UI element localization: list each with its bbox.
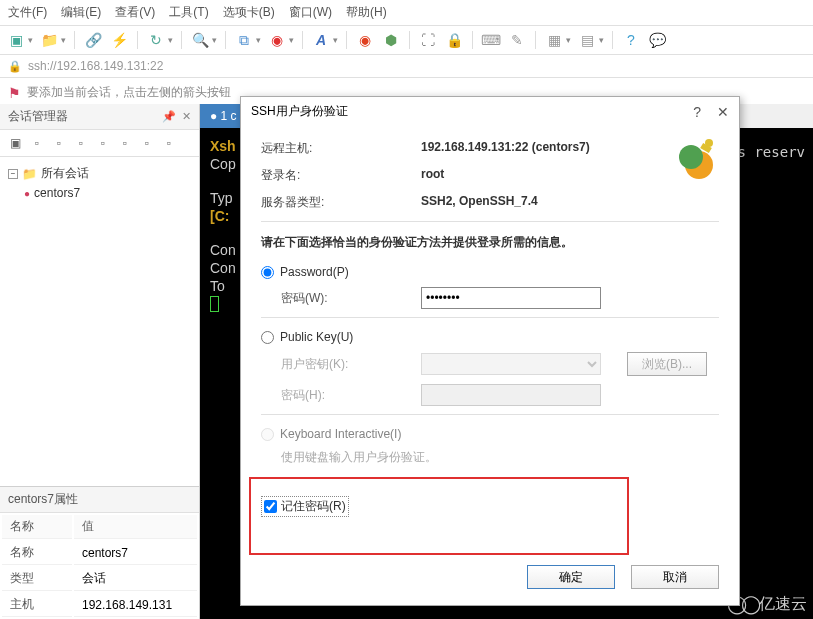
ok-button[interactable]: 确定: [527, 565, 615, 589]
tree-root[interactable]: − 📁 所有会话: [4, 163, 195, 184]
tree-session-label: centors7: [34, 186, 80, 200]
search-icon[interactable]: 🔍: [190, 30, 210, 50]
keys-icon: [671, 137, 719, 185]
folder-icon: 📁: [22, 167, 37, 181]
copy-icon[interactable]: ⧉: [234, 30, 254, 50]
host-value: 192.168.149.131:22 (centors7): [421, 140, 590, 157]
panel-btn5-icon[interactable]: ▫: [94, 134, 112, 152]
radio-password[interactable]: [261, 266, 274, 279]
login-label: 登录名:: [261, 167, 421, 184]
menu-tabs[interactable]: 选项卡(B): [223, 4, 275, 21]
panel-btn4-icon[interactable]: ▫: [72, 134, 90, 152]
fullscreen-icon[interactable]: ⛶: [418, 30, 438, 50]
help-icon[interactable]: ?: [621, 30, 641, 50]
new-session-icon[interactable]: ▣: [6, 30, 26, 50]
browse-button: 浏览(B)...: [627, 352, 707, 376]
props-row: 主机192.168.149.131: [2, 593, 197, 617]
terminal-text-right: s reserv: [738, 144, 805, 160]
main-toolbar: ▣▾ 📁▾ 🔗 ⚡ ↻▾ 🔍▾ ⧉▾ ◉▾ A▾ ◉ ⬢ ⛶ 🔒 ⌨ ✎ ▦▾ …: [0, 26, 813, 55]
props-row: 类型会话: [2, 567, 197, 591]
ssh-auth-dialog: SSH用户身份验证 ? ✕ 远程主机: 192.168.149.131:22 (…: [240, 96, 740, 606]
flag-icon: ⚑: [8, 85, 21, 101]
terminal-cursor: [210, 296, 219, 312]
menu-bar: 文件(F) 编辑(E) 查看(V) 工具(T) 选项卡(B) 窗口(W) 帮助(…: [0, 0, 813, 26]
lock-icon: 🔒: [8, 60, 22, 73]
session-panel-toolbar: ▣ ▫ ▫ ▫ ▫ ▫ ▫ ▫: [0, 130, 199, 157]
menu-help[interactable]: 帮助(H): [346, 4, 387, 21]
connect-icon[interactable]: ⚡: [109, 30, 129, 50]
svg-point-1: [679, 145, 703, 169]
tab-label: ● 1 c: [210, 109, 237, 123]
properties-title: centors7属性: [0, 487, 199, 513]
radio-publickey-label[interactable]: Public Key(U): [280, 330, 353, 344]
auth-prompt: 请在下面选择恰当的身份验证方法并提供登录所需的信息。: [261, 234, 719, 251]
props-col-value: 值: [74, 515, 197, 539]
hint-text: 要添加当前会话，点击左侧的箭头按钮: [27, 84, 231, 101]
layout1-icon[interactable]: ▦: [544, 30, 564, 50]
menu-view[interactable]: 查看(V): [115, 4, 155, 21]
properties-panel: centors7属性 名称 值 名称centors7 类型会话 主机192.16…: [0, 486, 199, 619]
pin-icon[interactable]: 📌: [162, 110, 176, 123]
record-icon[interactable]: ◉: [355, 30, 375, 50]
userkey-label: 用户密钥(K):: [281, 356, 401, 373]
link-icon[interactable]: 🔗: [83, 30, 103, 50]
svg-point-3: [705, 139, 713, 147]
panel-btn7-icon[interactable]: ▫: [138, 134, 156, 152]
annotation-box: [249, 477, 629, 555]
menu-tools[interactable]: 工具(T): [169, 4, 208, 21]
help-dialog-icon[interactable]: ?: [693, 104, 701, 120]
script-icon[interactable]: ⬢: [381, 30, 401, 50]
userkey-select: [421, 353, 601, 375]
props-row: 名称centors7: [2, 541, 197, 565]
session-manager-panel: 会话管理器 📌 ✕ ▣ ▫ ▫ ▫ ▫ ▫ ▫ ▫ − 📁 所有会话 ● ce: [0, 104, 200, 619]
reconnect-icon[interactable]: ↻: [146, 30, 166, 50]
tree-session-item[interactable]: ● centors7: [4, 184, 195, 202]
pk-password-label: 密码(H):: [281, 387, 401, 404]
host-label: 远程主机:: [261, 140, 421, 157]
tree-root-label: 所有会话: [41, 165, 89, 182]
watermark-text: 亿速云: [759, 594, 807, 615]
server-label: 服务器类型:: [261, 194, 421, 211]
color-icon[interactable]: ◉: [267, 30, 287, 50]
pk-password-input: [421, 384, 601, 406]
keyboard-hint: 使用键盘输入用户身份验证。: [281, 449, 719, 466]
font-icon[interactable]: A: [311, 30, 331, 50]
radio-publickey[interactable]: [261, 331, 274, 344]
password-label: 密码(W):: [281, 290, 401, 307]
open-folder-icon[interactable]: 📁: [39, 30, 59, 50]
chat-icon[interactable]: 💬: [647, 30, 667, 50]
radio-password-label[interactable]: Password(P): [280, 265, 349, 279]
address-url[interactable]: ssh://192.168.149.131:22: [28, 59, 163, 73]
menu-window[interactable]: 窗口(W): [289, 4, 332, 21]
lock-tb-icon[interactable]: 🔒: [444, 30, 464, 50]
address-bar: 🔒 ssh://192.168.149.131:22: [0, 55, 813, 78]
close-dialog-icon[interactable]: ✕: [717, 104, 729, 120]
password-input[interactable]: [421, 287, 601, 309]
session-panel-title: 会话管理器: [8, 108, 68, 125]
panel-btn8-icon[interactable]: ▫: [160, 134, 178, 152]
radio-keyboard-label: Keyboard Interactive(I): [280, 427, 401, 441]
close-panel-icon[interactable]: ✕: [182, 110, 191, 123]
dialog-title-text: SSH用户身份验证: [251, 103, 348, 120]
menu-edit[interactable]: 编辑(E): [61, 4, 101, 21]
menu-file[interactable]: 文件(F): [8, 4, 47, 21]
panel-btn3-icon[interactable]: ▫: [50, 134, 68, 152]
keyboard-icon[interactable]: ⌨: [481, 30, 501, 50]
panel-new-icon[interactable]: ▣: [6, 134, 24, 152]
expander-icon[interactable]: −: [8, 169, 18, 179]
session-tree[interactable]: − 📁 所有会话 ● centors7: [0, 157, 199, 486]
login-value: root: [421, 167, 444, 184]
panel-btn2-icon[interactable]: ▫: [28, 134, 46, 152]
dialog-titlebar[interactable]: SSH用户身份验证 ? ✕: [241, 97, 739, 126]
edit-icon[interactable]: ✎: [507, 30, 527, 50]
panel-btn6-icon[interactable]: ▫: [116, 134, 134, 152]
radio-keyboard: [261, 428, 274, 441]
props-col-name: 名称: [2, 515, 72, 539]
session-icon: ●: [24, 188, 30, 199]
server-value: SSH2, OpenSSH_7.4: [421, 194, 538, 211]
layout2-icon[interactable]: ▤: [577, 30, 597, 50]
cancel-button[interactable]: 取消: [631, 565, 719, 589]
